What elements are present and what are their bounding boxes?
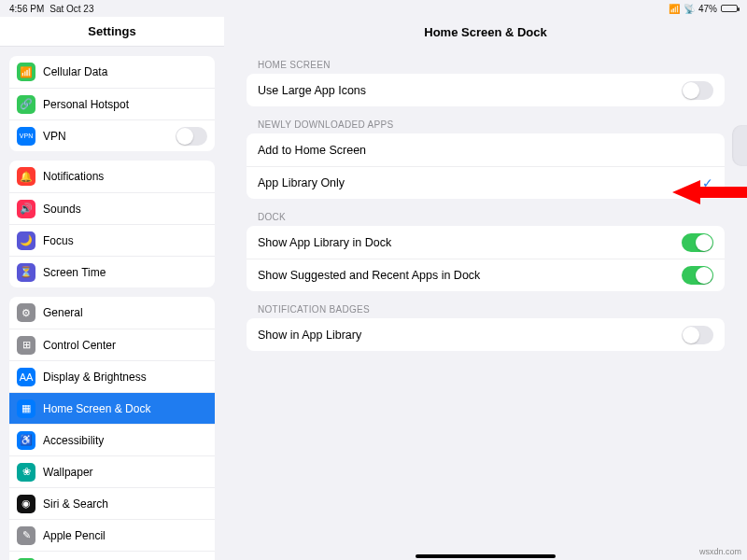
status-date: Sat Oct 23 bbox=[49, 4, 93, 14]
sidebar-item-general[interactable]: ⚙General bbox=[9, 297, 215, 329]
sounds-icon: 🔊 bbox=[17, 200, 35, 218]
sidebar-item-label: Home Screen & Dock bbox=[43, 402, 150, 415]
setting-use-large-icons[interactable]: Use Large App Icons bbox=[247, 74, 725, 106]
display-brightness-icon: AA bbox=[17, 368, 35, 386]
siri-search-icon: ◉ bbox=[17, 495, 35, 513]
general-icon: ⚙ bbox=[17, 303, 35, 322]
setting-app-library-only[interactable]: App Library Only✓ bbox=[247, 166, 725, 199]
sidebar-item-label: Siri & Search bbox=[43, 497, 108, 511]
home-indicator[interactable] bbox=[416, 554, 556, 558]
sidebar-item-face-id-passcode[interactable]: ☺Face ID & Passcode bbox=[9, 551, 215, 560]
vpn-icon: VPN bbox=[17, 127, 35, 146]
cellular-data-icon: 📶 bbox=[17, 63, 35, 81]
section-header: Notification Badges bbox=[224, 291, 747, 318]
personal-hotspot-icon: 🔗 bbox=[17, 95, 35, 114]
sidebar-item-label: Control Center bbox=[43, 339, 116, 352]
sidebar-item-apple-pencil[interactable]: ✎Apple Pencil bbox=[9, 519, 215, 551]
sidebar-item-wallpaper[interactable]: ❀Wallpaper bbox=[9, 455, 215, 487]
setting-add-to-home-screen[interactable]: Add to Home Screen bbox=[247, 133, 725, 166]
settings-sidebar: Settings 📶Cellular Data🔗Personal Hotspot… bbox=[0, 17, 224, 560]
content-title: Home Screen & Dock bbox=[224, 17, 747, 47]
sidebar-item-label: Sounds bbox=[43, 203, 81, 216]
sidebar-item-home-screen-dock[interactable]: ▦Home Screen & Dock bbox=[9, 392, 215, 424]
sidebar-item-label: Accessibility bbox=[43, 434, 104, 447]
sidebar-item-siri-search[interactable]: ◉Siri & Search bbox=[9, 487, 215, 519]
use-large-icons-toggle[interactable] bbox=[682, 81, 713, 100]
home-screen-dock-icon: ▦ bbox=[17, 399, 35, 418]
sidebar-item-label: Notifications bbox=[43, 170, 104, 183]
section-header: Home Screen bbox=[224, 47, 747, 74]
sidebar-item-personal-hotspot[interactable]: 🔗Personal Hotspot bbox=[9, 88, 215, 119]
sidebar-item-label: Personal Hotspot bbox=[43, 98, 129, 111]
control-center-icon: ⊞ bbox=[17, 336, 35, 355]
section-header: Newly Downloaded Apps bbox=[224, 106, 747, 133]
notifications-icon: 🔔 bbox=[17, 167, 35, 186]
sidebar-item-label: Apple Pencil bbox=[43, 529, 106, 542]
status-time: 4:56 PM bbox=[9, 4, 44, 14]
show-app-library-dock-toggle[interactable] bbox=[682, 233, 713, 252]
wallpaper-icon: ❀ bbox=[17, 463, 35, 482]
setting-label: Show Suggested and Recent Apps in Dock bbox=[258, 269, 480, 282]
apple-pencil-icon: ✎ bbox=[17, 526, 35, 545]
wifi-icon: 📡 bbox=[684, 4, 695, 14]
setting-label: Add to Home Screen bbox=[258, 144, 366, 157]
vpn-toggle[interactable] bbox=[176, 127, 207, 146]
sidebar-item-cellular-data[interactable]: 📶Cellular Data bbox=[9, 56, 215, 88]
battery-percent: 47% bbox=[698, 4, 717, 14]
sidebar-item-display-brightness[interactable]: AADisplay & Brightness bbox=[9, 360, 215, 392]
setting-show-in-app-library[interactable]: Show in App Library bbox=[247, 318, 725, 351]
settings-content: Home Screen & Dock Home ScreenUse Large … bbox=[224, 17, 747, 560]
sidebar-item-label: Display & Brightness bbox=[43, 371, 147, 384]
sidebar-item-accessibility[interactable]: ♿Accessibility bbox=[9, 424, 215, 455]
focus-icon: 🌙 bbox=[17, 231, 35, 250]
sidebar-item-control-center[interactable]: ⊞Control Center bbox=[9, 329, 215, 360]
setting-label: Show App Library in Dock bbox=[258, 236, 391, 249]
sidebar-title: Settings bbox=[0, 17, 224, 47]
sidebar-item-focus[interactable]: 🌙Focus bbox=[9, 224, 215, 256]
setting-label: Use Large App Icons bbox=[258, 84, 366, 97]
sidebar-item-notifications[interactable]: 🔔Notifications bbox=[9, 161, 215, 192]
slide-over-tab[interactable] bbox=[732, 125, 747, 166]
svg-marker-0 bbox=[672, 180, 747, 204]
sidebar-item-label: VPN bbox=[43, 130, 66, 143]
setting-show-app-library-dock[interactable]: Show App Library in Dock bbox=[247, 226, 725, 259]
cellular-icon: 📶 bbox=[669, 4, 680, 14]
sidebar-item-label: Wallpaper bbox=[43, 466, 93, 479]
setting-label: Show in App Library bbox=[258, 329, 361, 342]
sidebar-item-vpn[interactable]: VPNVPN bbox=[9, 119, 215, 151]
show-in-app-library-toggle[interactable] bbox=[682, 326, 713, 344]
section-header: Dock bbox=[224, 199, 747, 226]
sidebar-item-label: Cellular Data bbox=[43, 65, 107, 78]
setting-show-suggested-recent[interactable]: Show Suggested and Recent Apps in Dock bbox=[247, 259, 725, 291]
screen-time-icon: ⏳ bbox=[17, 263, 35, 282]
sidebar-item-label: General bbox=[43, 306, 83, 319]
status-bar: 4:56 PM Sat Oct 23 📶 📡 47% bbox=[0, 0, 747, 17]
setting-label: App Library Only bbox=[258, 176, 345, 189]
sidebar-item-label: Screen Time bbox=[43, 266, 106, 279]
sidebar-item-label: Focus bbox=[43, 234, 74, 247]
show-suggested-recent-toggle[interactable] bbox=[682, 266, 713, 285]
sidebar-item-sounds[interactable]: 🔊Sounds bbox=[9, 192, 215, 224]
annotation-arrow bbox=[672, 180, 747, 204]
battery-icon bbox=[721, 5, 738, 12]
sidebar-item-screen-time[interactable]: ⏳Screen Time bbox=[9, 256, 215, 287]
watermark: wsxdn.com bbox=[699, 547, 741, 556]
accessibility-icon: ♿ bbox=[17, 431, 35, 450]
